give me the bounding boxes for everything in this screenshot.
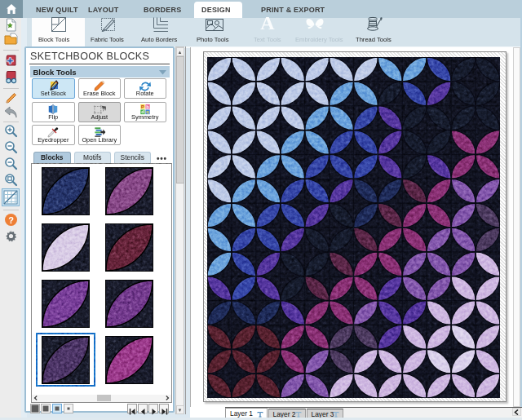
svg-text:b: b: [146, 104, 149, 109]
svg-text:?: ?: [8, 215, 14, 225]
svg-text:P: P: [141, 104, 144, 109]
